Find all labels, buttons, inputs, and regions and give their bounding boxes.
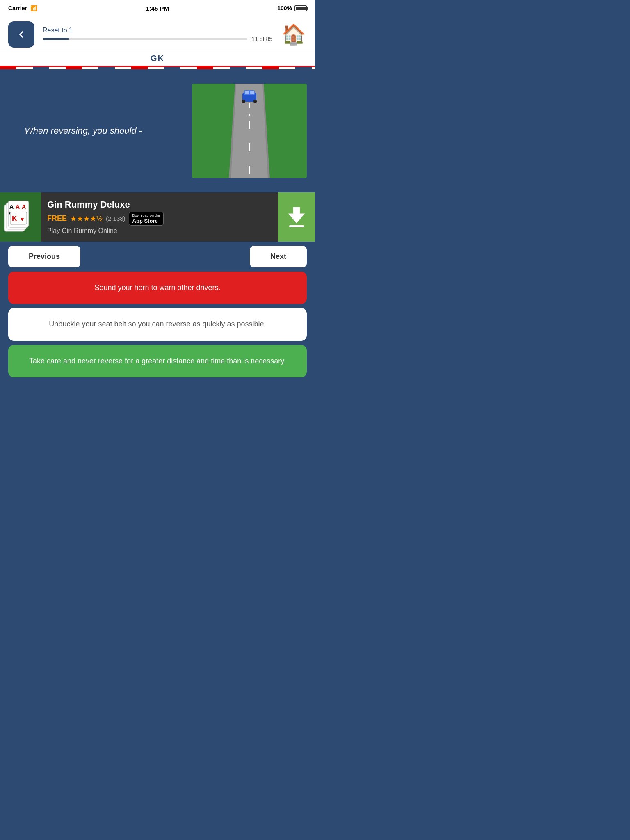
ad-stars: ★★★★½ bbox=[70, 214, 103, 223]
progress-bar-container: 11 of 85 bbox=[43, 36, 272, 42]
back-chevron-icon bbox=[15, 28, 28, 41]
question-text: When reversing, you should - bbox=[8, 125, 184, 137]
question-area: When reversing, you should - bbox=[0, 69, 315, 192]
svg-text:A: A bbox=[22, 203, 26, 210]
ad-title: Gin Rummy Deluxe bbox=[47, 199, 272, 210]
back-button[interactable] bbox=[8, 21, 34, 48]
download-bar-icon bbox=[289, 225, 304, 227]
ad-appstore-small: Download on the bbox=[132, 213, 160, 218]
ad-appstore-big: App Store bbox=[132, 218, 160, 224]
download-arrow-icon bbox=[288, 207, 305, 224]
ad-free-label: FREE bbox=[47, 214, 67, 223]
svg-point-11 bbox=[242, 100, 245, 103]
home-button[interactable]: 🏠 bbox=[281, 21, 307, 48]
wifi-icon: 📶 bbox=[30, 5, 37, 11]
svg-text:A: A bbox=[16, 203, 20, 210]
section-tag: GK bbox=[151, 54, 164, 63]
carrier-label: Carrier bbox=[8, 5, 27, 11]
progress-fill bbox=[43, 38, 69, 40]
answers-section: Sound your horn to warn other drivers. U… bbox=[0, 272, 315, 394]
battery-icon bbox=[294, 5, 307, 11]
navigation-bar: Previous Next bbox=[0, 242, 315, 272]
previous-button[interactable]: Previous bbox=[8, 246, 80, 267]
svg-text:A: A bbox=[9, 203, 14, 210]
status-time: 1:45 PM bbox=[146, 5, 169, 12]
ad-subtitle-row: FREE ★★★★½ (2,138) Download on the App S… bbox=[47, 212, 272, 226]
next-button[interactable]: Next bbox=[250, 246, 307, 267]
svg-text:♥: ♥ bbox=[21, 216, 24, 222]
answer-option-1[interactable]: Sound your horn to warn other drivers. bbox=[8, 272, 307, 304]
header: Reset to 1 11 of 85 🏠 bbox=[0, 16, 315, 51]
reset-label: Reset to 1 bbox=[43, 27, 272, 34]
ad-appstore-badge: Download on the App Store bbox=[129, 212, 164, 226]
ad-banner[interactable]: A ♠ A ♦ A ♥ K ♥ Gin Rummy Deluxe FREE ★★… bbox=[0, 192, 315, 242]
answer-option-2[interactable]: Unbuckle your seat belt so you can rever… bbox=[8, 308, 307, 340]
status-right: 100% bbox=[277, 5, 307, 11]
svg-rect-10 bbox=[250, 91, 254, 94]
card-game-icon: A ♠ A ♦ A ♥ K ♥ bbox=[4, 201, 37, 233]
ad-download-button[interactable] bbox=[278, 192, 315, 242]
bottom-padding bbox=[0, 394, 315, 427]
ad-app-icon: A ♠ A ♦ A ♥ K ♥ bbox=[0, 192, 41, 242]
ad-reviews: (2,138) bbox=[106, 215, 126, 222]
section-header: GK bbox=[0, 51, 315, 67]
status-left: Carrier 📶 bbox=[8, 5, 37, 11]
home-icon: 🏠 bbox=[281, 23, 306, 46]
answer-option-3[interactable]: Take care and never reverse for a greate… bbox=[8, 345, 307, 377]
svg-text:K: K bbox=[12, 215, 17, 223]
header-center: Reset to 1 11 of 85 bbox=[34, 27, 281, 42]
question-image bbox=[192, 84, 307, 178]
svg-rect-9 bbox=[245, 91, 249, 94]
battery-label: 100% bbox=[277, 5, 292, 11]
status-bar: Carrier 📶 1:45 PM 100% bbox=[0, 0, 315, 16]
progress-bar bbox=[43, 38, 247, 40]
progress-text: 11 of 85 bbox=[251, 36, 272, 42]
svg-point-12 bbox=[253, 100, 257, 103]
ad-description: Play Gin Rummy Online bbox=[47, 227, 272, 235]
road-scene-svg bbox=[192, 84, 307, 178]
ad-content: Gin Rummy Deluxe FREE ★★★★½ (2,138) Down… bbox=[41, 192, 278, 242]
